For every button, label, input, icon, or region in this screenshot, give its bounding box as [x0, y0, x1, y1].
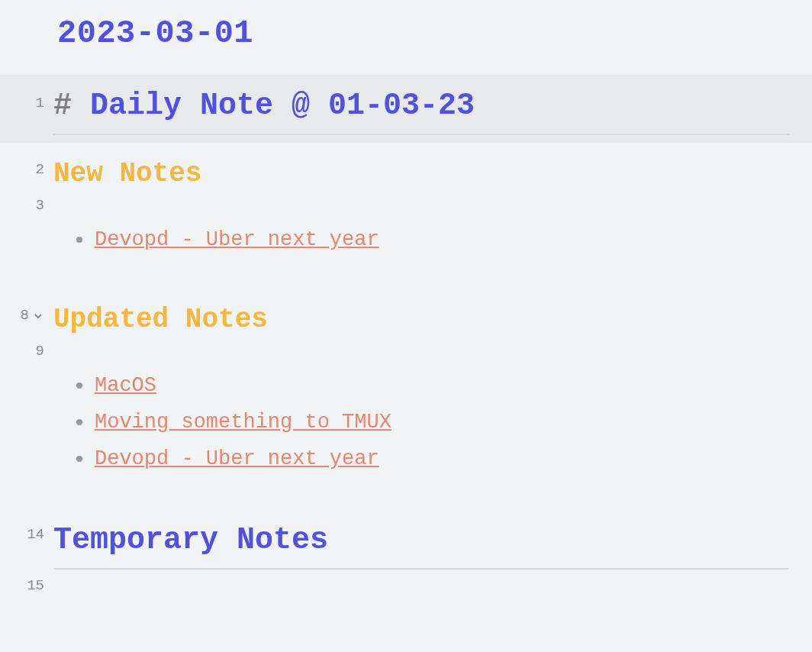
heading-1[interactable]: # Daily Note @ 01-03-23 — [53, 89, 789, 123]
editor-line[interactable]: MacOS — [0, 367, 812, 404]
markdown-hash: # — [53, 89, 72, 123]
heading-2[interactable]: Updated Notes — [53, 304, 789, 335]
note-link[interactable]: Devopd - Uber next year — [95, 228, 379, 251]
heading-2[interactable]: Temporary Notes — [53, 523, 789, 557]
editor-line[interactable]: 2New Notes — [0, 143, 812, 194]
gutter — [0, 258, 53, 289]
list-item[interactable]: Devopd - Uber next year — [53, 228, 789, 251]
note-link[interactable]: MacOS — [95, 374, 156, 397]
editor-line[interactable]: 15 — [0, 574, 812, 602]
editor[interactable]: 1# Daily Note @ 01-03-232New Notes3Devop… — [0, 75, 812, 602]
heading-text: Daily Note @ 01-03-23 — [90, 89, 475, 123]
line-number: 15 — [27, 579, 44, 593]
line-content[interactable]: Devopd - Uber next year — [53, 447, 812, 470]
gutter — [0, 477, 53, 508]
editor-line[interactable]: 1# Daily Note @ 01-03-23 — [0, 75, 812, 143]
list-item[interactable]: Moving something to TMUX — [53, 411, 789, 434]
line-content[interactable]: Devopd - Uber next year — [53, 228, 812, 251]
editor-line[interactable]: 8Updated Notes — [0, 289, 812, 340]
note-link[interactable]: Devopd - Uber next year — [95, 447, 379, 470]
line-number: 1 — [36, 96, 44, 111]
heading-2[interactable]: New Notes — [53, 158, 789, 189]
chevron-down-icon[interactable] — [32, 310, 44, 322]
line-content[interactable]: Updated Notes — [53, 304, 812, 335]
list-item[interactable]: MacOS — [53, 374, 789, 397]
bullet-icon — [76, 419, 82, 425]
line-content[interactable]: New Notes — [53, 158, 812, 189]
editor-line[interactable] — [0, 258, 812, 289]
gutter: 15 — [0, 574, 53, 593]
gutter: 8 — [0, 304, 53, 323]
line-content[interactable]: Moving something to TMUX — [53, 411, 812, 434]
note-link[interactable]: Moving something to TMUX — [95, 411, 392, 434]
bullet-icon — [76, 456, 82, 462]
editor-line[interactable]: 3 — [0, 194, 812, 221]
line-number: 8 — [21, 308, 29, 323]
line-number: 2 — [36, 163, 44, 177]
bullet-icon — [76, 237, 82, 243]
bullet-icon — [76, 382, 82, 389]
gutter: 1 — [0, 89, 53, 111]
line-content[interactable]: MacOS — [53, 374, 812, 397]
page-title: 2023-03-01 — [57, 15, 812, 52]
editor-line[interactable]: Devopd - Uber next year — [0, 441, 812, 477]
editor-line[interactable] — [0, 477, 812, 508]
list-item[interactable]: Devopd - Uber next year — [53, 447, 789, 470]
gutter: 14 — [0, 523, 53, 542]
line-number: 3 — [36, 199, 44, 213]
editor-line[interactable]: Moving something to TMUX — [0, 404, 812, 441]
line-content[interactable]: Temporary Notes — [53, 523, 812, 570]
line-number: 9 — [36, 344, 44, 359]
gutter: 2 — [0, 158, 53, 177]
line-content[interactable]: # Daily Note @ 01-03-23 — [53, 89, 812, 135]
editor-line[interactable]: Devopd - Uber next year — [0, 221, 812, 258]
editor-line[interactable]: 14Temporary Notes — [0, 508, 812, 574]
gutter: 9 — [0, 340, 53, 359]
editor-line[interactable]: 9 — [0, 340, 812, 367]
gutter: 3 — [0, 194, 53, 213]
line-number: 14 — [27, 528, 44, 542]
